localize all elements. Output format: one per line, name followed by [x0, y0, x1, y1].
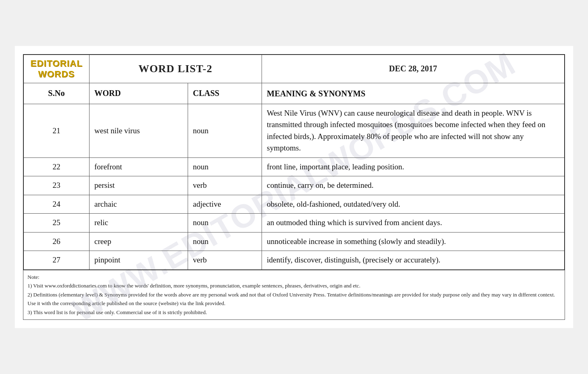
cell-class: noun	[188, 104, 262, 157]
cell-meaning: front line, important place, leading pos…	[262, 157, 565, 176]
cell-sno: 23	[23, 176, 89, 195]
table-row: 25relicnounan outmoded thing which is su…	[23, 214, 565, 233]
cell-class: noun	[188, 157, 262, 176]
cell-sno: 24	[23, 195, 89, 214]
table-row: 26creepnoununnoticeable increase in some…	[23, 232, 565, 251]
cell-meaning: unnoticeable increase in something (slow…	[262, 232, 565, 251]
cell-sno: 21	[23, 104, 89, 157]
cell-class: verb	[188, 251, 262, 270]
cell-word: pinpoint	[89, 251, 188, 270]
table-row: 23persistverbcontinue, carry on, be dete…	[23, 176, 565, 195]
date-cell: DEC 28, 2017	[262, 55, 565, 83]
col-header-word: WORD	[89, 83, 188, 104]
col-header-class: CLASS	[188, 83, 262, 104]
cell-class: noun	[188, 214, 262, 233]
cell-meaning: continue, carry on, be determined.	[262, 176, 565, 195]
page-container: WWW.EDITORIALWORDS.COM EDITORIAL WORDS W…	[15, 46, 573, 328]
table-row: 22forefrontnounfront line, important pla…	[23, 157, 565, 176]
cell-class: noun	[188, 232, 262, 251]
cell-word: relic	[89, 214, 188, 233]
notes-section: Note: 1) Visit www.oxforddictionaries.co…	[23, 270, 565, 320]
cell-meaning: obsolete, old-fashioned, outdated/very o…	[262, 195, 565, 214]
header-row: EDITORIAL WORDS WORD LIST-2 DEC 28, 2017	[23, 55, 565, 83]
cell-meaning: an outmoded thing which is survived from…	[262, 214, 565, 233]
cell-sno: 27	[23, 251, 89, 270]
cell-class: adjective	[188, 195, 262, 214]
word-list-title: WORD LIST-2	[89, 55, 262, 83]
note-3: 3) This word list is for personal use on…	[28, 308, 560, 317]
cell-word: persist	[89, 176, 188, 195]
table-row: 21west nile virusnounWest Nile Virus (WN…	[23, 104, 565, 157]
cell-sno: 26	[23, 232, 89, 251]
cell-word: forefront	[89, 157, 188, 176]
note-1: 1) Visit www.oxforddictionaries.com to k…	[28, 282, 560, 290]
cell-meaning: West Nile Virus (WNV) can cause neurolog…	[262, 104, 565, 157]
cell-word: west nile virus	[89, 104, 188, 157]
cell-class: verb	[188, 176, 262, 195]
cell-meaning: identify, discover, distinguish, (precis…	[262, 251, 565, 270]
table-row: 27pinpointverbidentify, discover, distin…	[23, 251, 565, 270]
table-row: 24archaicadjectiveobsolete, old-fashione…	[23, 195, 565, 214]
cell-word: creep	[89, 232, 188, 251]
col-header-sno: S.No	[23, 83, 89, 104]
col-header-meaning: MEANING & SYNONYMS	[262, 83, 565, 104]
cell-word: archaic	[89, 195, 188, 214]
note-2: 2) Definitions (elementary level) & Syno…	[28, 291, 560, 308]
column-headers-row: S.No WORD CLASS MEANING & SYNONYMS	[23, 83, 565, 104]
cell-sno: 25	[23, 214, 89, 233]
editorial-words-cell: EDITORIAL WORDS	[23, 55, 89, 83]
word-list-table: EDITORIAL WORDS WORD LIST-2 DEC 28, 2017…	[23, 54, 565, 270]
cell-sno: 22	[23, 157, 89, 176]
notes-label: Note:	[28, 273, 560, 282]
